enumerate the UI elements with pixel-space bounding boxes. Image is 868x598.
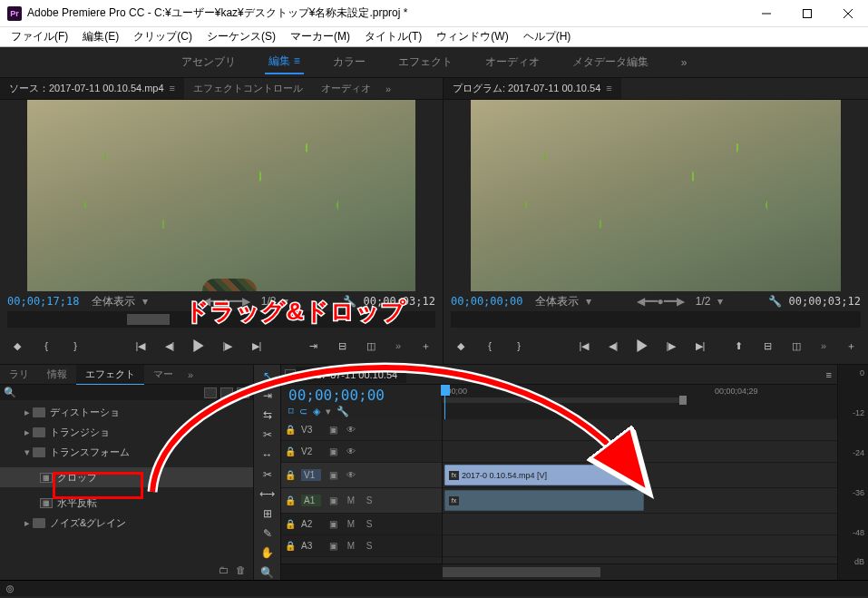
sync-lock-icon[interactable] <box>285 369 296 380</box>
track-header-v3[interactable]: 🔒V3▣👁 <box>281 419 442 441</box>
maximize-button[interactable] <box>786 1 827 26</box>
menu-clip[interactable]: クリップ(C) <box>126 27 200 46</box>
export-frame-icon[interactable]: ◫ <box>786 336 806 356</box>
ripple-edit-tool-icon[interactable]: ⇆ <box>258 407 278 422</box>
folder-distortion[interactable]: ▸ディストーショ <box>0 402 253 422</box>
step-back-icon[interactable]: ◀| <box>160 336 180 356</box>
tab-effects[interactable]: エフェクト <box>76 365 144 385</box>
lift-icon[interactable]: ⬆ <box>728 336 748 356</box>
lock-icon[interactable]: 🔒 <box>285 519 296 529</box>
play-icon[interactable] <box>189 336 209 356</box>
workspace-assembly[interactable]: アセンブリ <box>178 51 239 74</box>
32bit-filter-icon[interactable] <box>220 387 233 398</box>
step-back-icon[interactable]: ◀| <box>603 336 623 356</box>
menu-edit[interactable]: 編集(E) <box>75 27 126 46</box>
wrench-icon[interactable]: 🔧 <box>768 295 782 308</box>
yuv-filter-icon[interactable] <box>237 387 249 398</box>
solo-icon[interactable]: S <box>363 495 375 505</box>
snap-icon[interactable]: ⌑ <box>288 406 294 417</box>
sequence-tab[interactable]: 2017-07-11 00.10.54 <box>296 367 406 383</box>
play-icon[interactable] <box>632 336 652 356</box>
track-header-v1[interactable]: 🔒V1▣👁 <box>281 463 442 488</box>
program-timecode[interactable]: 00;00;00;00 <box>451 295 522 308</box>
folder-transition[interactable]: ▸トランジショ <box>0 422 253 442</box>
mute-icon[interactable]: M <box>345 495 357 505</box>
program-tab[interactable]: プログラム: 2017-07-11 00.10.54≡ <box>444 78 621 99</box>
insert-icon[interactable]: ⇥ <box>303 336 323 356</box>
panel-overflow-icon[interactable]: » <box>380 83 396 94</box>
eye-icon[interactable]: 👁 <box>345 470 357 480</box>
transport-overflow-icon[interactable]: » <box>815 340 832 351</box>
eye-icon[interactable]: 👁 <box>345 425 357 435</box>
effect-controls-tab[interactable]: エフェクトコントロール <box>184 78 312 99</box>
toggle-output-icon[interactable]: ▣ <box>327 425 339 435</box>
rate-stretch-tool-icon[interactable]: ↔ <box>258 447 278 462</box>
toggle-output-icon[interactable]: ▣ <box>327 495 339 505</box>
menu-help[interactable]: ヘルプ(H) <box>516 27 579 46</box>
go-to-out-icon[interactable]: ▶| <box>247 336 267 356</box>
source-tab[interactable]: ソース：2017-07-11 00.10.54.mp4≡ <box>0 78 184 99</box>
lock-icon[interactable]: 🔒 <box>285 425 296 435</box>
hand-tool-icon[interactable]: ✋ <box>258 546 278 561</box>
folder-transform[interactable]: ▾トランスフォーム <box>0 442 253 462</box>
effect-hflip[interactable]: ▦水平反転 <box>0 493 253 513</box>
go-to-in-icon[interactable]: |◀ <box>574 336 594 356</box>
zoom-tool-icon[interactable]: 🔍 <box>258 565 278 580</box>
track-header-v2[interactable]: 🔒V2▣👁 <box>281 441 442 463</box>
close-icon[interactable]: ≡ <box>170 83 175 93</box>
track-header-a2[interactable]: 🔒A2▣MS <box>281 514 442 535</box>
toggle-output-icon[interactable]: ▣ <box>327 446 339 456</box>
workspace-menu-icon[interactable]: ≡ <box>294 54 300 67</box>
program-scrubber[interactable] <box>451 311 861 328</box>
source-fit-dropdown[interactable]: 全体表示 <box>92 294 135 309</box>
audio-mixer-tab[interactable]: オーディオ <box>312 78 380 99</box>
audio-clip[interactable]: fx <box>444 490 644 511</box>
out-point-icon[interactable]: } <box>509 336 529 356</box>
panel-menu-icon[interactable]: ≡ <box>606 83 611 93</box>
step-forward-icon[interactable]: |▶ <box>218 336 238 356</box>
accelerated-filter-icon[interactable] <box>204 387 217 398</box>
panel-menu-icon[interactable]: ≡ <box>826 369 837 380</box>
lock-icon[interactable]: 🔒 <box>285 470 296 480</box>
program-viewer[interactable] <box>471 100 841 291</box>
program-resolution-dropdown[interactable]: 1/2 <box>696 295 711 308</box>
toggle-output-icon[interactable]: ▣ <box>327 470 339 480</box>
solo-icon[interactable]: S <box>363 519 375 529</box>
overwrite-icon[interactable]: ⊟ <box>332 336 352 356</box>
video-clip[interactable]: fx2017-0 0.10.54.mp4 [V] <box>444 465 644 485</box>
track-header-a3[interactable]: 🔒A3▣MS <box>281 535 442 557</box>
solo-icon[interactable]: S <box>363 541 375 551</box>
timeline-timecode[interactable]: 00;00;00;00 <box>288 387 434 404</box>
source-timecode[interactable]: 00;00;17;18 <box>7 295 79 308</box>
marker-icon[interactable]: ◆ <box>7 336 27 356</box>
razor-tool-icon[interactable]: ✂ <box>258 467 278 482</box>
workspace-overflow-icon[interactable]: » <box>678 53 691 73</box>
timeline-zoom-bar[interactable] <box>281 564 837 580</box>
minimize-button[interactable] <box>746 1 786 26</box>
rolling-edit-tool-icon[interactable]: ✂ <box>258 427 278 442</box>
tab-info[interactable]: 情報 <box>38 365 76 384</box>
workspace-metadata[interactable]: メタデータ編集 <box>569 51 652 74</box>
marker-icon[interactable]: ◆ <box>451 336 471 356</box>
mute-icon[interactable]: M <box>345 519 357 529</box>
menu-title[interactable]: タイトル(T) <box>357 27 429 46</box>
slip-tool-icon[interactable]: ⟷ <box>258 486 278 501</box>
go-to-in-icon[interactable]: |◀ <box>131 336 151 356</box>
linked-selection-icon[interactable]: ⊂ <box>299 406 307 417</box>
workspace-audio[interactable]: オーディオ <box>482 51 543 74</box>
in-point-icon[interactable]: { <box>36 336 56 356</box>
creative-cloud-icon[interactable]: ⊚ <box>5 583 15 595</box>
effects-tree[interactable]: ▸ディストーショ ▸トランジショ ▾トランスフォーム ▦クロップ ▦水平反転 ▸… <box>0 400 253 560</box>
export-frame-icon[interactable]: ◫ <box>361 336 381 356</box>
lock-icon[interactable]: 🔒 <box>285 541 296 551</box>
program-fit-dropdown[interactable]: 全体表示 <box>535 294 579 309</box>
menu-marker[interactable]: マーカー(M) <box>283 27 357 46</box>
timeline-tracks-area[interactable]: fx2017-0 0.10.54.mp4 [V] fx <box>443 419 837 564</box>
source-viewer[interactable] <box>27 100 415 291</box>
close-button[interactable] <box>827 1 868 26</box>
panel-overflow-icon[interactable]: » <box>182 369 199 380</box>
lock-icon[interactable]: 🔒 <box>285 495 296 505</box>
step-forward-icon[interactable]: |▶ <box>661 336 681 356</box>
tab-library[interactable]: ラリ <box>0 365 38 384</box>
workspace-effects[interactable]: エフェクト <box>395 51 456 74</box>
